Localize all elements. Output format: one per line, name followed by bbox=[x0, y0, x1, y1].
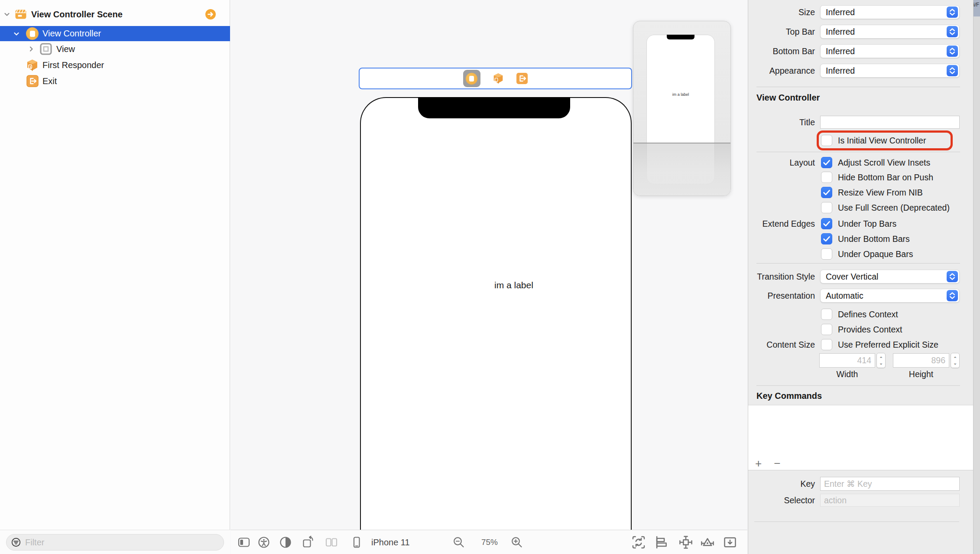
scrollbar-thumb[interactable]: i/F bbox=[974, 0, 980, 16]
chevron-down-icon[interactable] bbox=[13, 30, 20, 37]
filter-icon bbox=[11, 537, 21, 547]
canvas-label[interactable]: im a label bbox=[494, 280, 533, 290]
size-dropdown[interactable]: Inferred bbox=[820, 5, 960, 19]
outline-row-scene[interactable]: View Controller Scene bbox=[0, 7, 230, 22]
checkbox[interactable] bbox=[821, 324, 832, 335]
layout-option-row[interactable]: Hide Bottom Bar on Push bbox=[821, 172, 933, 183]
appearance-contrast-icon[interactable] bbox=[279, 536, 292, 549]
filter-input[interactable] bbox=[25, 538, 207, 547]
selector-input bbox=[820, 494, 960, 507]
embed-icon[interactable] bbox=[723, 535, 737, 550]
divider bbox=[754, 521, 959, 522]
checkbox[interactable] bbox=[821, 309, 832, 320]
bottom-bar-dropdown[interactable]: Inferred bbox=[820, 44, 960, 58]
title-label: Title bbox=[748, 116, 815, 129]
outline-item-label: First Responder bbox=[42, 60, 104, 70]
align-icon[interactable] bbox=[655, 535, 669, 550]
layout-option-row[interactable]: Resize View From NIB bbox=[821, 187, 923, 198]
checkbox[interactable] bbox=[821, 187, 832, 198]
svg-text:1: 1 bbox=[29, 65, 32, 68]
dropdown-value: Inferred bbox=[826, 7, 855, 17]
appearance-dropdown[interactable]: Inferred bbox=[820, 64, 960, 78]
outline-row-first-responder[interactable]: 1 First Responder bbox=[0, 58, 230, 72]
transition-style-dropdown[interactable]: Cover Vertical bbox=[820, 270, 960, 284]
defines-context-row[interactable]: Defines Context bbox=[821, 309, 898, 320]
title-input[interactable] bbox=[820, 116, 960, 129]
dropdown-value: Automatic bbox=[826, 291, 863, 301]
device-name[interactable]: iPhone 11 bbox=[371, 530, 410, 554]
is-initial-view-controller-row[interactable]: Is Initial View Controller bbox=[821, 135, 926, 146]
view-icon bbox=[40, 43, 52, 55]
layout-option-row[interactable]: Use Full Screen (Deprecated) bbox=[821, 202, 950, 213]
checkbox-label: Is Initial View Controller bbox=[838, 136, 926, 146]
chevron-right-icon[interactable] bbox=[28, 46, 35, 52]
preview-label: im a label bbox=[647, 92, 714, 97]
checkbox-label: Provides Context bbox=[838, 325, 902, 335]
outline-row-exit[interactable]: Exit bbox=[0, 74, 230, 88]
checkbox[interactable] bbox=[821, 339, 832, 350]
checkbox[interactable] bbox=[821, 218, 832, 229]
top-bar-dropdown[interactable]: Inferred bbox=[820, 25, 960, 39]
dropdown-value: Inferred bbox=[826, 66, 855, 76]
split-view-icon[interactable] bbox=[325, 536, 338, 549]
outline-item-label: View Controller bbox=[42, 29, 101, 39]
checkbox-label: Use Preferred Explicit Size bbox=[838, 340, 938, 350]
zoom-level[interactable]: 75% bbox=[472, 530, 507, 554]
checkbox[interactable] bbox=[821, 135, 832, 146]
filter-field[interactable] bbox=[6, 534, 224, 551]
editor-sidebar-toggle-icon[interactable] bbox=[237, 536, 250, 549]
outline-item-label: View bbox=[56, 44, 75, 54]
use-preferred-explicit-size-row[interactable]: Use Preferred Explicit Size bbox=[821, 339, 938, 350]
divider bbox=[756, 263, 960, 264]
add-key-command-button[interactable]: + bbox=[755, 458, 762, 469]
dropdown-value: Inferred bbox=[826, 46, 855, 56]
checkbox[interactable] bbox=[821, 202, 832, 213]
storyboard-canvas[interactable]: im a label im a label bbox=[230, 0, 747, 554]
accessibility-icon[interactable] bbox=[257, 536, 270, 549]
view-controller-icon bbox=[26, 27, 39, 40]
remove-key-command-button[interactable]: − bbox=[774, 458, 780, 469]
popup-stepper-icon bbox=[947, 271, 958, 282]
dock-first-responder-icon[interactable] bbox=[493, 73, 504, 84]
rotate-device-icon[interactable] bbox=[302, 536, 315, 549]
checkbox-label: Adjust Scroll View Insets bbox=[838, 158, 930, 168]
zoom-in-icon[interactable] bbox=[510, 536, 523, 549]
provides-context-row[interactable]: Provides Context bbox=[821, 324, 902, 335]
layout-option-row[interactable]: Adjust Scroll View Insets bbox=[821, 157, 930, 168]
key-commands-list[interactable] bbox=[748, 405, 974, 456]
outline-row-view-controller[interactable]: View Controller bbox=[0, 26, 230, 41]
zoom-out-icon[interactable] bbox=[452, 536, 465, 549]
extend-edges-option-row[interactable]: Under Top Bars bbox=[821, 218, 896, 229]
checkbox-label: Resize View From NIB bbox=[838, 188, 923, 198]
chevron-down-icon[interactable] bbox=[3, 11, 10, 18]
key-input[interactable] bbox=[820, 477, 960, 491]
storyboard-entry-arrow-icon[interactable] bbox=[205, 9, 216, 20]
device-icon[interactable] bbox=[350, 536, 363, 549]
checkbox-label: Under Bottom Bars bbox=[838, 234, 910, 244]
presentation-dropdown[interactable]: Automatic bbox=[820, 289, 960, 303]
view-controller-view[interactable]: im a label bbox=[360, 97, 632, 530]
height-caption: Height bbox=[893, 369, 949, 379]
checkbox[interactable] bbox=[821, 157, 832, 168]
width-caption: Width bbox=[819, 369, 875, 379]
metric-label: Top Bar bbox=[748, 25, 815, 39]
checkbox[interactable] bbox=[821, 233, 832, 244]
outline-row-view[interactable]: View bbox=[0, 42, 230, 56]
popup-stepper-icon bbox=[947, 7, 958, 18]
resolve-autolayout-icon[interactable] bbox=[700, 535, 715, 550]
dock-view-controller-icon[interactable] bbox=[463, 70, 480, 87]
update-frames-icon[interactable] bbox=[631, 535, 646, 550]
checkbox-label: Under Top Bars bbox=[838, 219, 896, 229]
document-outline: View Controller Scene View Controller bbox=[0, 0, 230, 554]
checkbox[interactable] bbox=[821, 248, 832, 260]
extend-edges-option-row[interactable]: Under Opaque Bars bbox=[821, 248, 913, 260]
add-constraints-icon[interactable] bbox=[678, 535, 693, 550]
dropdown-value: Cover Vertical bbox=[826, 272, 878, 282]
extend-edges-option-row[interactable]: Under Bottom Bars bbox=[821, 233, 910, 244]
popup-stepper-icon bbox=[947, 26, 958, 37]
dock-exit-icon[interactable] bbox=[516, 72, 528, 85]
inspector-scrollbar[interactable]: i/F bbox=[973, 0, 980, 554]
preview-notch bbox=[667, 35, 694, 39]
metric-label: Appearance bbox=[748, 64, 815, 78]
checkbox[interactable] bbox=[821, 172, 832, 183]
